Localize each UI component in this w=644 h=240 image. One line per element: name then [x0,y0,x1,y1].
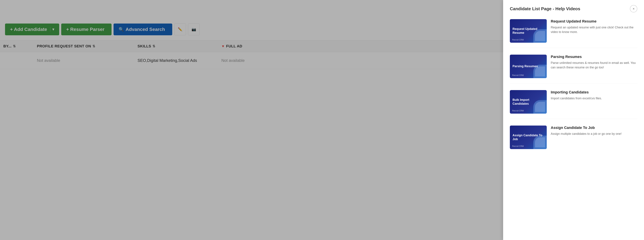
video-title-3: Importing Candidates [551,90,637,94]
video-thumbnail-2: Parsing Resumes Recruit CRM [510,55,547,78]
thumbnail-label-1: Request Updated Resume [512,27,544,35]
video-card-request-updated-resume[interactable]: Request Updated Resume Recruit CRM Reque… [510,19,637,48]
main-overlay [0,0,503,240]
close-icon: × [632,7,634,11]
thumbnail-label-2: Parsing Resumes [512,64,544,68]
video-info-1: Request Updated Resume Request an update… [551,19,637,34]
video-title-2: Parsing Resumes [551,55,637,59]
thumbnail-brand-3: Recruit CRM [512,109,524,112]
video-info-2: Parsing Resumes Parse unlimited resumes … [551,55,637,70]
video-card-importing-candidates[interactable]: Bulk Import Candidates Recruit CRM Impor… [510,90,637,119]
video-card-parsing-resumes[interactable]: Parsing Resumes Recruit CRM Parsing Resu… [510,55,637,83]
video-description-2: Parse unlimited resumes & resumes found … [551,61,637,70]
video-thumbnail-3: Bulk Import Candidates Recruit CRM [510,90,547,114]
video-title-1: Request Updated Resume [551,19,637,24]
help-panel-close-button[interactable]: × [630,5,637,13]
video-description-1: Request an updated resume with just one … [551,25,637,34]
help-panel-title: Candidate List Page - Help Videos [510,6,580,12]
video-card-assign-candidate[interactable]: Assign Candidate To Job Recruit CRM Assi… [510,126,637,154]
thumbnail-brand-2: Recruit CRM [512,74,524,76]
video-title-4: Assign Candidate To Job [551,126,637,130]
video-info-4: Assign Candidate To Job Assign multiple … [551,126,637,136]
thumbnail-label-4: Assign Candidate To Job [512,134,544,141]
help-panel-header: Candidate List Page - Help Videos × [510,5,637,13]
video-thumbnail-4: Assign Candidate To Job Recruit CRM [510,126,547,149]
help-panel: Candidate List Page - Help Videos × Requ… [503,0,644,240]
thumbnail-brand-4: Recruit CRM [512,145,524,147]
video-info-3: Importing Candidates Import candidates f… [551,90,637,101]
video-thumbnail-1: Request Updated Resume Recruit CRM [510,19,547,43]
video-description-4: Assign multiple candidates to a job or g… [551,132,637,136]
thumbnail-brand-1: Recruit CRM [512,39,524,41]
thumbnail-label-3: Bulk Import Candidates [512,98,544,106]
video-description-3: Import candidates from excel/cvs files. [551,96,637,101]
video-cards-container: Request Updated Resume Recruit CRM Reque… [510,19,637,154]
